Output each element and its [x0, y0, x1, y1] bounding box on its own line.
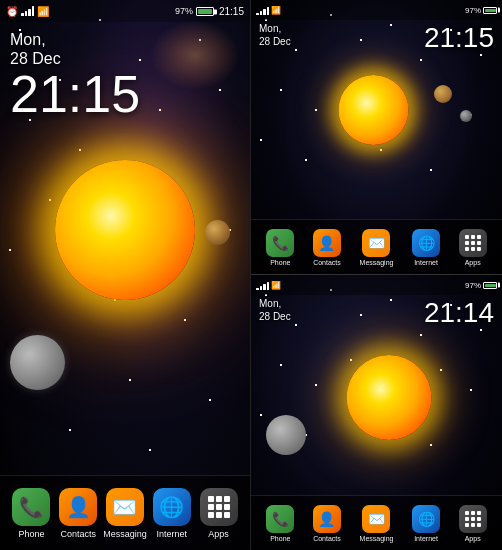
status-left-group: ⏰ 📶: [6, 2, 49, 20]
phone-icon-rb[interactable]: 📞: [266, 505, 294, 533]
status-icons-rt-left: 📶: [256, 1, 281, 19]
dock-right-bottom: 📞 Phone 👤 Contacts ✉️ Messaging 🌐 Intern…: [251, 495, 502, 550]
moon-left: [10, 335, 65, 390]
contacts-label-rb: Contacts: [313, 535, 341, 542]
contacts-icon-rt[interactable]: 👤: [313, 229, 341, 257]
messaging-icon-left[interactable]: ✉️: [106, 488, 144, 526]
status-right-group: 97% 21:15: [175, 6, 244, 17]
battery-pct-rb: 97%: [465, 281, 481, 290]
contacts-icon-left[interactable]: 👤: [59, 488, 97, 526]
date-rt: Mon, 28 Dec: [259, 22, 291, 48]
signal-icon-left: [21, 2, 34, 20]
dock-right-top: 📞 Phone 👤 Contacts ✉️ Messaging 🌐 Intern…: [251, 219, 502, 274]
right-panel: 📶 97% Mon, 28 Dec 21:15 📞 Phone: [251, 0, 502, 550]
right-bottom-panel: 📶 97% Mon, 28 Dec 21:14 📞 Phone: [251, 275, 502, 550]
apps-icon-rt[interactable]: [459, 229, 487, 257]
dock-left: 📞 Phone 👤 Contacts ✉️ Messaging 🌐 Intern…: [0, 475, 250, 550]
phone-icon-left[interactable]: 📞: [12, 488, 50, 526]
apps-label-rt: Apps: [465, 259, 481, 266]
dock-rt-internet[interactable]: 🌐 Internet: [412, 229, 440, 266]
signal-icon-rt: [256, 1, 269, 19]
phone-label-rt: Phone: [270, 259, 290, 266]
internet-label-left: Internet: [157, 529, 188, 539]
signal-icon-rb: [256, 276, 269, 294]
date-left: Mon, 28 Dec: [10, 30, 140, 68]
dock-item-phone[interactable]: 📞 Phone: [10, 488, 52, 539]
wifi-icon-left: 📶: [37, 6, 49, 17]
dock-rt-apps[interactable]: Apps: [459, 229, 487, 266]
messaging-icon-rt[interactable]: ✉️: [362, 229, 390, 257]
sun-right-top: [338, 75, 408, 145]
status-bar-right-top: 📶 97%: [251, 0, 502, 20]
battery-icon-left: [196, 6, 214, 17]
status-icons-rb-left: 📶: [256, 276, 281, 294]
messaging-label-rt: Messaging: [360, 259, 394, 266]
messaging-label-rb: Messaging: [360, 535, 394, 542]
sun-right-bottom: [347, 355, 432, 440]
clock-left: 21:15: [10, 68, 140, 120]
nebula: [150, 20, 240, 90]
main-container: ⏰ 📶 97% 21:15: [0, 0, 502, 550]
date-rb: Mon, 28 Dec: [259, 297, 291, 323]
status-icons-rt-right: 97%: [465, 6, 497, 15]
internet-label-rt: Internet: [414, 259, 438, 266]
datetime-right-top: Mon, 28 Dec: [259, 22, 291, 48]
clock-right-top: 21:15: [424, 22, 494, 54]
dock-rb-internet[interactable]: 🌐 Internet: [412, 505, 440, 542]
apps-icon-rb[interactable]: [459, 505, 487, 533]
messaging-label-left: Messaging: [103, 529, 147, 539]
dock-item-internet[interactable]: 🌐 Internet: [151, 488, 193, 539]
battery-pct-rt: 97%: [465, 6, 481, 15]
right-top-panel: 📶 97% Mon, 28 Dec 21:15 📞 Phone: [251, 0, 502, 275]
contacts-icon-rb[interactable]: 👤: [313, 505, 341, 533]
status-time-left: 21:15: [219, 6, 244, 17]
status-icons-rb-right: 97%: [465, 281, 497, 290]
contacts-label-rt: Contacts: [313, 259, 341, 266]
internet-icon-rb[interactable]: 🌐: [412, 505, 440, 533]
wifi-icon-rt: 📶: [271, 6, 281, 15]
moon-right-bottom: [266, 415, 306, 455]
planet-small-left: [205, 220, 230, 245]
messaging-icon-rb[interactable]: ✉️: [362, 505, 390, 533]
apps-icon-left[interactable]: [200, 488, 238, 526]
dock-rb-apps[interactable]: Apps: [459, 505, 487, 542]
dock-rt-contacts[interactable]: 👤 Contacts: [313, 229, 341, 266]
datetime-large: Mon, 28 Dec 21:15: [10, 30, 140, 120]
apps-label-left: Apps: [208, 529, 229, 539]
dock-rb-phone[interactable]: 📞 Phone: [266, 505, 294, 542]
internet-icon-left[interactable]: 🌐: [153, 488, 191, 526]
wifi-icon-rb: 📶: [271, 281, 281, 290]
dock-item-messaging[interactable]: ✉️ Messaging: [104, 488, 146, 539]
dock-rb-messaging[interactable]: ✉️ Messaging: [360, 505, 394, 542]
dock-item-apps[interactable]: Apps: [198, 488, 240, 539]
planet-rt1: [434, 85, 452, 103]
phone-icon-rt[interactable]: 📞: [266, 229, 294, 257]
internet-icon-rt[interactable]: 🌐: [412, 229, 440, 257]
datetime-right-bottom: Mon, 28 Dec: [259, 297, 291, 323]
dock-item-contacts[interactable]: 👤 Contacts: [57, 488, 99, 539]
alarm-icon: ⏰: [6, 6, 18, 17]
dock-rt-phone[interactable]: 📞 Phone: [266, 229, 294, 266]
internet-label-rb: Internet: [414, 535, 438, 542]
battery-icon-rt: [483, 7, 497, 14]
dock-rb-contacts[interactable]: 👤 Contacts: [313, 505, 341, 542]
planet-rt2: [460, 110, 472, 122]
contacts-label-left: Contacts: [60, 529, 96, 539]
dock-rt-messaging[interactable]: ✉️ Messaging: [360, 229, 394, 266]
clock-right-bottom: 21:14: [424, 297, 494, 329]
phone-label-left: Phone: [18, 529, 44, 539]
left-panel: ⏰ 📶 97% 21:15: [0, 0, 251, 550]
apps-label-rb: Apps: [465, 535, 481, 542]
battery-pct-left: 97%: [175, 6, 193, 16]
status-bar-right-bottom: 📶 97%: [251, 275, 502, 295]
status-bar-left: ⏰ 📶 97% 21:15: [0, 0, 250, 22]
battery-icon-rb: [483, 282, 497, 289]
sun-left: [55, 160, 195, 300]
phone-label-rb: Phone: [270, 535, 290, 542]
